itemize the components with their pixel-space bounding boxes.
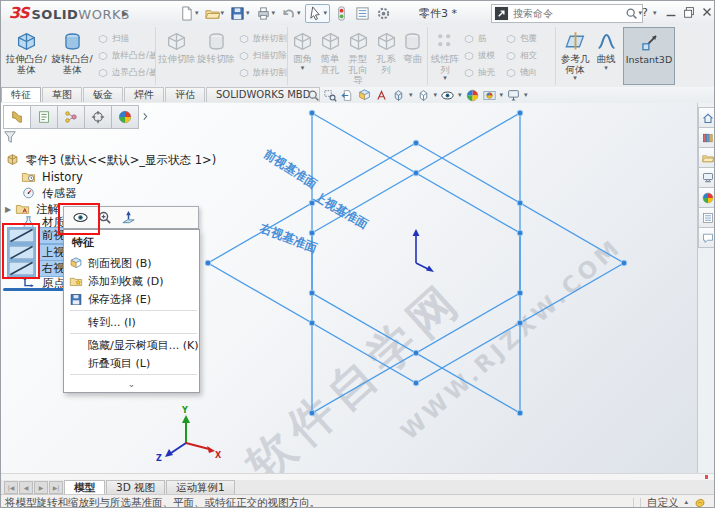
last-tab-button[interactable]: ▶| bbox=[49, 481, 63, 494]
help-button[interactable]: ? bbox=[642, 6, 648, 19]
menu-item-go-to[interactable]: 转到... (I) bbox=[64, 313, 199, 331]
file-properties-button[interactable] bbox=[353, 5, 372, 22]
zoom-to-selection-icon[interactable] bbox=[96, 210, 113, 225]
options-button[interactable] bbox=[374, 5, 393, 22]
swept-cut-button[interactable]: 扫描切除 bbox=[238, 49, 287, 64]
zoom-to-area-icon[interactable] bbox=[324, 89, 337, 102]
tab-3d-views[interactable]: 3D 视图 bbox=[106, 480, 165, 494]
tree-item-history[interactable]: History bbox=[21, 169, 85, 185]
command-search-box[interactable]: ▾ bbox=[491, 4, 643, 23]
close-button[interactable] bbox=[700, 5, 714, 19]
dropdown-caret[interactable]: ▾ bbox=[500, 92, 504, 99]
tab-configurationmanager[interactable] bbox=[57, 105, 85, 129]
draft-button[interactable]: 拔模 bbox=[463, 49, 503, 64]
tab-evaluate[interactable]: 评估 bbox=[165, 87, 205, 102]
next-tab-button[interactable]: ▶ bbox=[34, 481, 48, 494]
tree-filter-row[interactable] bbox=[3, 129, 17, 145]
edit-appearance-icon[interactable] bbox=[466, 89, 479, 102]
first-tab-button[interactable]: |◀ bbox=[4, 481, 18, 494]
curves-button[interactable]: 曲线 ▾ bbox=[593, 27, 619, 85]
dropdown-caret[interactable]: ▾ bbox=[195, 10, 199, 17]
menu-item-hide-show-tree-items[interactable]: 隐藏/显示树项目... (K) bbox=[64, 336, 199, 354]
view-settings-icon[interactable] bbox=[507, 89, 520, 102]
search-input[interactable] bbox=[511, 7, 625, 20]
previous-tab-button[interactable]: ◀ bbox=[19, 481, 33, 494]
menu-flyout-arrow[interactable]: ▶ bbox=[119, 5, 131, 21]
apply-scene-icon[interactable] bbox=[483, 89, 496, 102]
minimize-button[interactable] bbox=[664, 5, 678, 19]
dropdown-caret[interactable]: ▾ bbox=[458, 92, 462, 99]
tab-sheet-metal[interactable]: 钣金 bbox=[83, 87, 123, 102]
tree-item-sensors[interactable]: 传感器 bbox=[21, 185, 79, 201]
select-tool-button[interactable]: ▾ bbox=[305, 4, 331, 23]
linear-pattern-button[interactable]: 线性阵列 ▾ bbox=[429, 27, 461, 85]
dropdown-caret[interactable]: ▾ bbox=[524, 92, 528, 99]
intersect-button[interactable]: 相交 bbox=[505, 49, 549, 64]
swept-boss-button[interactable]: 扫描 bbox=[97, 32, 155, 47]
dropdown-caret[interactable]: ▾ bbox=[434, 92, 438, 99]
dropdown-caret[interactable]: ▾ bbox=[324, 10, 328, 17]
customize-caret[interactable]: ▴ bbox=[684, 499, 688, 506]
rebuild-button[interactable] bbox=[332, 5, 351, 22]
menu-item-collapse-items[interactable]: 折叠项目 (L) bbox=[64, 354, 199, 372]
open-button[interactable]: ▾ bbox=[203, 5, 227, 22]
tab-weldments[interactable]: 焊件 bbox=[124, 87, 164, 102]
solidworks-resources-icon[interactable] bbox=[694, 497, 706, 508]
view-palette-tab[interactable] bbox=[698, 168, 715, 188]
tab-sketch[interactable]: 草图 bbox=[42, 87, 82, 102]
dropdown-caret[interactable]: ▾ bbox=[301, 65, 305, 72]
tree-item-part-root[interactable]: 零件3 (默认<<默认>_显示状态 1>) bbox=[5, 152, 218, 168]
new-document-button[interactable]: ▾ bbox=[177, 5, 201, 22]
custom-properties-tab[interactable] bbox=[698, 208, 715, 228]
home-tab[interactable] bbox=[698, 107, 715, 128]
help-dropdown-caret[interactable]: ▾ bbox=[653, 10, 657, 17]
instant3d-button[interactable]: Instant3D bbox=[623, 27, 675, 85]
tab-propertymanager[interactable] bbox=[30, 105, 58, 129]
tab-featuremanager[interactable] bbox=[3, 105, 31, 129]
hide-show-eye-icon[interactable] bbox=[72, 210, 89, 225]
view-orientation-icon[interactable] bbox=[392, 89, 405, 102]
expand-arrow-icon[interactable]: ▶ bbox=[5, 205, 15, 214]
dropdown-caret[interactable]: ▾ bbox=[246, 10, 250, 17]
hide-show-items-icon[interactable] bbox=[441, 89, 454, 102]
dropdown-caret[interactable]: ▾ bbox=[573, 75, 577, 82]
lofted-boss-button[interactable]: 放样凸台/基体 bbox=[97, 49, 155, 64]
section-view-icon[interactable] bbox=[358, 89, 371, 102]
dropdown-caret[interactable]: ▾ bbox=[297, 10, 301, 17]
annotation-view-icon[interactable] bbox=[375, 89, 388, 102]
dropdown-caret[interactable]: ▾ bbox=[272, 10, 276, 17]
appearances-tab[interactable] bbox=[698, 188, 715, 208]
extruded-cut-button[interactable]: 拉伸切除 bbox=[157, 27, 196, 85]
menu-expand-chevron[interactable]: ⌄ bbox=[64, 377, 199, 390]
file-explorer-tab[interactable] bbox=[698, 148, 715, 168]
forum-tab[interactable] bbox=[698, 228, 715, 248]
simple-hole-button[interactable]: 简单直孔 bbox=[316, 27, 344, 85]
tab-motion-study[interactable]: 运动算例1 bbox=[166, 480, 235, 494]
tab-model[interactable]: 模型 bbox=[64, 480, 105, 494]
menu-item-add-to-favorites[interactable]: 添加到收藏 (D) bbox=[64, 272, 199, 290]
undo-button[interactable]: ▾ bbox=[279, 5, 303, 22]
dropdown-caret[interactable]: ▾ bbox=[221, 10, 225, 17]
mirror-button[interactable]: 镜向 bbox=[505, 66, 549, 81]
reference-geometry-button[interactable]: 参考几何体 ▾ bbox=[557, 27, 593, 85]
dropdown-caret[interactable]: ▾ bbox=[443, 75, 447, 82]
extruded-boss-button[interactable]: 拉伸凸台/基体 bbox=[3, 27, 49, 85]
previous-view-icon[interactable] bbox=[341, 89, 354, 102]
customize-button[interactable]: 自定义 bbox=[647, 496, 679, 508]
dropdown-caret[interactable]: ▾ bbox=[604, 65, 608, 72]
hole-wizard-button[interactable]: 异型孔向导 bbox=[344, 27, 372, 85]
display-style-icon[interactable] bbox=[417, 89, 430, 102]
lofted-cut-button[interactable]: 放样切割 bbox=[238, 32, 287, 47]
menu-item-section-view[interactable]: 剖面视图 (B) bbox=[64, 254, 199, 272]
dropdown-caret[interactable]: ▾ bbox=[409, 92, 413, 99]
tab-features[interactable]: 特征 bbox=[1, 87, 41, 102]
fillet-button[interactable]: 圆角 ▾ bbox=[289, 27, 316, 85]
search-magnifier-icon[interactable] bbox=[625, 7, 638, 20]
save-button[interactable]: ▾ bbox=[228, 5, 252, 22]
revolved-cut-button[interactable]: 旋转切除 bbox=[196, 27, 235, 85]
tab-solidworks-mbd[interactable]: SOLIDWORKS MBD bbox=[206, 87, 320, 102]
restore-button[interactable] bbox=[682, 5, 696, 19]
print-button[interactable]: ▾ bbox=[254, 5, 278, 22]
design-library-tab[interactable] bbox=[698, 128, 715, 148]
panel-expand-arrow[interactable] bbox=[138, 105, 152, 127]
